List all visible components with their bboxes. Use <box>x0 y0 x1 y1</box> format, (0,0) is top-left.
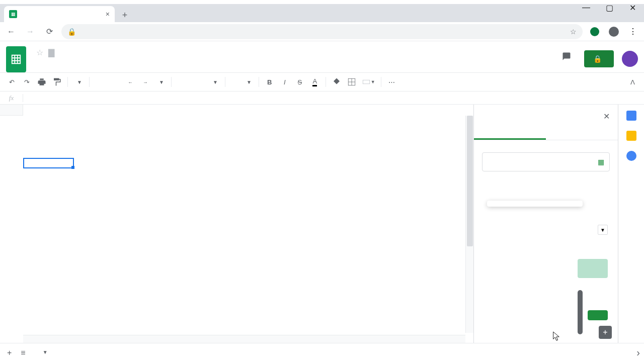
tasks-addon-icon[interactable] <box>626 151 636 161</box>
move-folder-icon[interactable]: ▇ <box>48 48 54 57</box>
window-minimize-button[interactable]: — <box>575 0 598 15</box>
new-tab-button[interactable]: + <box>118 8 132 22</box>
text-color-button[interactable]: A <box>308 75 321 88</box>
fill-color-button[interactable] <box>330 75 343 88</box>
increase-decimal-button[interactable]: → <box>139 75 152 88</box>
zoom-select[interactable]: ▼ <box>72 79 85 85</box>
window-maximize-button[interactable]: ▢ <box>598 0 621 15</box>
keep-addon-icon[interactable] <box>626 131 636 141</box>
star-doc-icon[interactable]: ☆ <box>36 48 43 57</box>
star-icon[interactable]: ☆ <box>570 28 577 36</box>
forward-button[interactable]: → <box>23 25 37 39</box>
back-button[interactable]: ← <box>4 25 18 39</box>
selected-cell-a4[interactable] <box>23 158 74 168</box>
chrome-menu-button[interactable]: ⋮ <box>626 25 640 39</box>
sheet-tab-1[interactable]: ▼ <box>33 345 55 360</box>
window-close-button[interactable]: ✕ <box>621 0 644 15</box>
more-toolbar-button[interactable]: ⋯ <box>385 75 398 88</box>
format-preview <box>578 259 608 278</box>
collapse-toolbar-button[interactable]: ᐱ <box>626 75 639 88</box>
sheets-favicon: ▦ <box>9 10 17 18</box>
lock-icon: 🔒 <box>67 28 74 36</box>
calendar-addon-icon[interactable] <box>626 111 636 121</box>
dropdown-scrollbar[interactable] <box>578 290 583 334</box>
comments-button[interactable] <box>562 52 576 66</box>
font-select[interactable]: ▼ <box>176 79 221 85</box>
decrease-decimal-button[interactable]: ← <box>124 75 137 88</box>
color-scale-tab[interactable] <box>546 127 618 140</box>
add-sheet-button[interactable]: + <box>5 346 14 359</box>
close-tab-icon[interactable]: × <box>106 10 110 18</box>
reload-button[interactable]: ⟳ <box>42 25 56 39</box>
grid-select-icon[interactable]: ▦ <box>598 158 604 166</box>
borders-button[interactable] <box>345 75 358 88</box>
undo-button[interactable]: ↶ <box>5 75 18 88</box>
fx-label: fx <box>0 94 23 102</box>
account-avatar[interactable] <box>622 51 638 67</box>
print-button[interactable] <box>35 75 48 88</box>
calendar-title <box>23 116 379 137</box>
font-size-select[interactable]: ▼ <box>229 79 255 85</box>
redo-button[interactable]: ↷ <box>20 75 33 88</box>
done-button[interactable] <box>588 310 608 320</box>
profile-icon[interactable] <box>607 25 621 39</box>
lock-icon: 🔒 <box>593 55 602 63</box>
browser-tab[interactable]: ▦ × <box>4 6 115 22</box>
dropdown-caret-icon[interactable]: ▼ <box>598 225 608 235</box>
select-all-corner[interactable] <box>0 105 23 116</box>
sheets-logo[interactable] <box>6 46 26 72</box>
number-format-select[interactable]: ▼ <box>154 79 167 85</box>
italic-button[interactable]: I <box>278 75 291 88</box>
all-sheets-button[interactable]: ≡ <box>19 346 27 359</box>
horizontal-scrollbar[interactable] <box>23 335 465 343</box>
currency-button[interactable] <box>94 75 107 88</box>
single-color-tab[interactable] <box>474 127 546 140</box>
paint-format-button[interactable] <box>50 75 63 88</box>
close-panel-button[interactable]: ✕ <box>603 112 610 121</box>
strikethrough-button[interactable]: S <box>293 75 306 88</box>
explore-button[interactable]: › <box>636 347 640 358</box>
svg-rect-1 <box>363 80 370 84</box>
condition-dropdown[interactable] <box>487 201 583 207</box>
share-button[interactable]: 🔒 <box>584 50 614 67</box>
add-rule-button[interactable]: + <box>599 326 612 339</box>
range-input[interactable]: ▦ <box>482 152 610 171</box>
address-bar[interactable]: 🔒 ☆ <box>61 24 583 39</box>
bold-button[interactable]: B <box>263 75 276 88</box>
merge-button[interactable]: ▼ <box>360 75 377 88</box>
extension-icon[interactable] <box>588 25 602 39</box>
percent-button[interactable] <box>109 75 122 88</box>
vertical-scrollbar[interactable] <box>465 116 473 333</box>
